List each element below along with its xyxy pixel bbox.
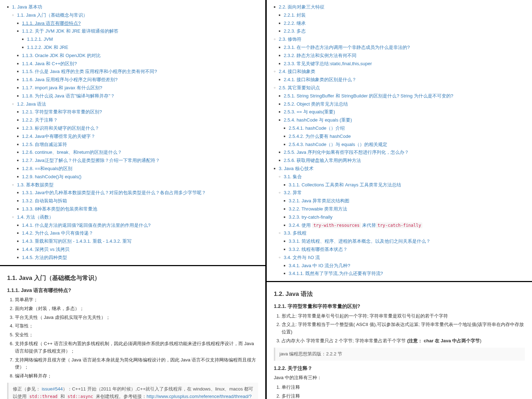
toc-link[interactable]: 1.4. 方法（函数） [17,214,54,220]
toc-link[interactable]: 2.5. 其它重要知识点 [279,85,320,90]
toc-link[interactable]: 1.1.3. Oracle JDK 和 OpenJDK 的对比 [22,53,101,58]
toc-link[interactable]: 1.4.1. 什么是方法的返回值?返回值在类的方法里的作用是什么? [22,223,151,228]
toc-link[interactable]: 1.4.4. 深拷贝 vs 浅拷贝 [22,247,70,252]
toc-item: 2.4.1. 接口和抽象类的区别是什么？ [279,76,525,84]
toc-link[interactable]: 1.2.6. continue、break、和return的区别是什么？ [22,150,122,155]
toc-link[interactable]: 1.1.7. import java 和 javax 有什么区别? [22,85,102,90]
toc-link[interactable]: 2.4.1. 接口和抽象类的区别是什么？ [284,77,356,82]
toc-link[interactable]: 2.5.4.3. hashCode（）与 equals（）的相关规定 [289,142,387,147]
toc-link[interactable]: 2.2.3. 多态 [284,28,306,34]
toc-link[interactable]: 1.1.4. Java 和 C++的区别? [22,61,77,66]
toc-link[interactable]: 1.2.4. Java中有哪些常见的关键字？ [22,134,95,139]
toc-link[interactable]: 1.3.3. 8种基本类型的包装类和常量池 [22,206,97,212]
toc-link[interactable]: 3. Java 核心技术 [279,166,314,171]
toc-item: 1.2.5. 自增自减运算符 [17,141,258,148]
text: 占内存大小 字符常量只占 2 个字节; 字符串常量占若干个字节 [282,338,407,343]
toc-item: 1.2.1. 字符型常量和字符串常量的区别? [17,108,258,116]
toc-link[interactable]: 2.5.3. == 与 equals(重要) [284,109,335,114]
toc-link[interactable]: 1.3.2. 自动装箱与拆箱 [22,198,67,203]
toc-item: 2.5.2. Object 类的常见方法总结 [279,101,525,108]
toc-item: 3.3.1. 简述线程、程序、进程的基本概念。以及他们之间关系是什么？ [284,238,525,245]
toc-item: 2.2.3. 多态 [279,28,525,35]
toc-link[interactable]: 3.2.1. Java 异常类层次结构图 [289,198,349,203]
toc-link[interactable]: 1.2.9. hashCode()与 equals() [22,174,82,179]
toc-link[interactable]: 1.4.5. 方法的四种类型 [22,255,67,260]
toc-link[interactable]: 1.3.1. Java中的几种基本数据类型是什么？对应的包装类型是什么？各自占用… [22,190,206,195]
toc-link[interactable]: 1.1.8. 为什么说 Java 语言"编译与解释并存"？ [22,93,115,99]
toc-item: 2.5.4.2. 为什么要有 hashCode [284,133,525,140]
toc-link[interactable]: 1.1.5. 什么是 Java 程序的主类 应用程序和小程序的主类有何不同? [22,69,157,74]
toc-item: 1.1.3. Oracle JDK 和 OpenJDK 的对比 [17,52,258,60]
toc-item: 1.2.8. ==和equals的区别 [17,165,258,173]
text: ) [480,338,481,343]
toc-link[interactable]: 2.5.2. Object 类的常见方法总结 [284,101,348,107]
toc-link[interactable]: 1.2.3. 标识符和关键字的区别是什么？ [22,125,99,131]
toc-item: 1.4. 方法（函数）1.4.1. 什么是方法的返回值?返回值在类的方法里的作用… [12,214,258,262]
toc-link[interactable]: 1.2.7. Java泛型了解么？什么是类型擦除？介绍一下常用的通配符？ [22,158,160,163]
toc-link[interactable]: 1.2.5. 自增自减运算符 [22,142,67,147]
toc-link[interactable]: 2.5.4.2. 为什么要有 hashCode [289,134,351,139]
toc-item: 3.4.1.1. 既然有了字节流,为什么还要有字符流? [284,270,525,277]
toc-link[interactable]: 3.3.1. 简述线程、程序、进程的基本概念。以及他们之间关系是什么？ [289,238,431,244]
toc-link[interactable]: 1.1.2. 关于 JVM JDK 和 JRE 最详细通俗的解答 [22,28,118,34]
toc-link[interactable]: 3.2.2. Throwable 类常用方法 [289,206,347,212]
toc-link[interactable]: 2.5.6. 获取用键盘输入常用的两种方法 [284,158,361,163]
toc-link[interactable]: 3.4.1. Java 中 IO 流分为几种? [289,263,350,268]
toc-link[interactable]: 1.1.2.2. JDK 和 JRE [27,45,68,50]
toc-link[interactable]: 2.5.1. String StringBuffer 和 StringBuild… [284,93,453,99]
toc-link[interactable]: 3.2. 异常 [284,190,302,195]
toc-item: 3.1.1. Collections 工具类和 Arrays 工具类常见方法总结 [284,181,525,189]
toc-item: 1.1.2. 关于 JVM JDK 和 JRE 最详细通俗的解答1.1.2.1.… [17,28,258,51]
toc-link[interactable]: 2.2.1. 封装 [284,12,306,18]
toc-item: 3.4.1. Java 中 IO 流分为几种? [284,262,525,270]
list-item: 平台无关性（ Java 虚拟机实现平台无关性）； [15,314,258,321]
toc-link[interactable]: 1.1.6. Java 应用程序与小程序之间有哪些差别? [22,77,117,82]
toc-link[interactable]: 2.2.2. 继承 [284,21,306,26]
toc-link[interactable]: 3.3.2. 线程有哪些基本状态？ [289,247,348,252]
toc-link[interactable]: 2.3.1. 在一个静态方法内调用一个非静态成员为什么是非法的? [284,45,410,50]
list-item: 支持多线程（ C++ 语言没有内置的多线程机制，因此必须调用操作系统的多线程功能… [15,340,258,355]
toc-link[interactable]: 1.2.8. ==和equals的区别 [22,166,72,171]
toc-link[interactable]: 1.2.1. 字符型常量和字符串常量的区别? [22,109,102,114]
toc-link[interactable]: 1.4.3. 重载和重写的区别 - 1.4.3.1. 重载 - 1.4.3.2.… [22,238,132,244]
toc-item: 3. Java 核心技术3.1. 集合3.1.1. Collections 工具… [274,165,525,277]
toc-item: 1.2. Java 语法1.2.1. 字符型常量和字符串常量的区别?1.2.2.… [12,101,258,181]
toc-link[interactable]: 3.1. 集合 [284,174,302,179]
toc-link[interactable]: 1.1.1. Java 语言有哪些特点? [22,21,81,26]
toc-link[interactable]: 1. Java 基本功 [12,4,42,10]
toc-item: 2.5.6. 获取用键盘输入常用的两种方法 [279,157,525,164]
toc-item: 2.5.4. hashCode 与 equals (重要)2.5.4.1. ha… [279,117,525,148]
toc-link[interactable]: 3.4.1.1. 既然有了字节流,为什么还要有字符流? [289,271,383,276]
toc-item: 3.1. 集合3.1.1. Collections 工具类和 Arrays 工具… [279,173,525,189]
toc-link[interactable]: 2.2. 面向对象三大特征 [279,4,325,10]
toc-link[interactable]: 1.3. 基本数据类型 [17,182,54,187]
toc-link[interactable]: 2.5.4. hashCode 与 equals (重要) [284,117,352,123]
toc-item: 1.1. Java 入门（基础概念与常识）1.1.1. Java 语言有哪些特点… [12,12,258,100]
toc-link[interactable]: 2.5.5. Java 序列化中如果有些字段不想进行序列化，怎么办？ [284,150,409,155]
toc-item: 1.2.6. continue、break、和return的区别是什么？ [17,149,258,156]
toc-link[interactable]: 2.3. 修饰符 [279,36,301,42]
toc-link[interactable]: 1.2. Java 语法 [17,101,46,107]
toc-link[interactable]: 3.4. 文件与 I\O 流 [284,255,320,260]
toc-item: 1.1.6. Java 应用程序与小程序之间有哪些差别? [17,76,258,84]
issue-link[interactable]: issue#544 [42,386,63,392]
list-item: 占内存大小 字符常量只占 2 个字节; 字符串常量占若干个字节 (注意： cha… [282,337,525,345]
toc-link[interactable]: 1.4.2. 为什么 Java 中只有值传递？ [22,230,93,236]
toc-item: 2.5.3. == 与 equals(重要) [279,108,525,116]
toc-link[interactable]: 2.4. 接口和抽象类 [279,69,315,74]
heading-1-2-1: 1.2.1. 字符型常量和字符串常量的区别? [274,302,525,310]
toc-link[interactable]: 3.3. 多线程 [284,230,306,236]
toc-item: 2.5. 其它重要知识点2.5.1. String StringBuffer 和… [274,84,525,164]
toc-link[interactable]: 3.2.3. try-catch-finally [289,214,333,220]
toc-link[interactable]: 3.2.4. 使用 try-with-resources 来代替try-catc… [289,223,422,228]
toc-item: 1.4.3. 重载和重写的区别 - 1.4.3.1. 重载 - 1.4.3.2.… [17,238,258,245]
toc-link[interactable]: 2.3.3. 常见关键字总结:static,final,this,super [284,61,372,66]
toc-link[interactable]: 2.3.2. 静态方法和实例方法有何不同 [284,53,356,58]
toc-item: 1.3.2. 自动装箱与拆箱 [17,197,258,205]
toc-link[interactable]: 1.1. Java 入门（基础概念与常识） [17,12,88,18]
toc-link[interactable]: 1.2.2. 关于注释？ [22,117,58,123]
toc-link[interactable]: 3.1.1. Collections 工具类和 Arrays 工具类常见方法总结 [289,182,401,187]
toc-link[interactable]: 1.1.2.1. JVM [27,36,53,42]
toc-item: 1.2.9. hashCode()与 equals() [17,173,258,181]
toc-link[interactable]: 2.5.4.1. hashCode（）介绍 [289,125,345,131]
